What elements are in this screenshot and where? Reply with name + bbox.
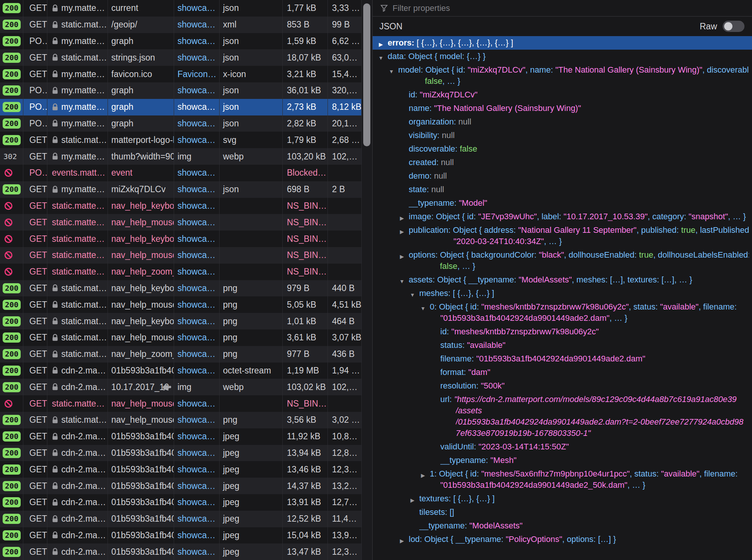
request-row[interactable]: 200PO…my.matter…graphshowcas…json36,01 k… — [0, 82, 362, 99]
request-row[interactable]: 200GETmy.matter…currentshowcas…json1,77 … — [0, 0, 362, 17]
json-node-mesh-0-resolution[interactable]: resolution: "500k" — [373, 379, 752, 393]
initiator-link[interactable]: showcas… — [177, 168, 219, 178]
initiator-link[interactable]: FaviconL… — [177, 69, 219, 79]
request-row[interactable]: 200GETstatic.mat…/geoip/showcas…xml853 B… — [0, 17, 362, 33]
request-row[interactable]: 200GETcdn-2.ma…01b593b3a1fb40showcas…jpe… — [0, 543, 362, 560]
initiator-link[interactable]: showcas… — [177, 514, 219, 524]
request-row[interactable]: GETstatic.matter…nav_help_keyboashowcas…… — [0, 231, 362, 247]
request-row[interactable]: 200GETstatic.mat…nav_help_keyboashowcas…… — [0, 313, 362, 329]
request-row[interactable]: 200GETstatic.mat…nav_help_keyboashowcas…… — [0, 280, 362, 297]
request-row[interactable]: 200GETstatic.mat…matterport-logo-lshowca… — [0, 132, 362, 148]
request-row[interactable]: 200GETcdn-2.ma…01b593b3a1fb40showcas…oct… — [0, 363, 362, 379]
initiator-link[interactable]: showcas… — [177, 300, 219, 310]
request-row[interactable]: 200GETstatic.mat…nav_help_mouse_showcas…… — [0, 296, 362, 313]
collapse-arrow-icon[interactable]: ▼ — [409, 289, 416, 300]
initiator-link[interactable]: showcas… — [177, 53, 219, 63]
initiator-link[interactable]: showcas… — [177, 184, 219, 194]
json-node-data[interactable]: ▼data: Object { model: {…} } — [373, 50, 752, 63]
raw-toggle-knob[interactable] — [724, 22, 732, 30]
initiator-link[interactable]: showcas… — [177, 399, 219, 409]
request-row[interactable]: 200GETstatic.mat…nav_help_mouse_showcas…… — [0, 329, 362, 346]
json-node-mesh-1[interactable]: ▶1: Object { id: "meshes/5ax6nfhz7m9pbnp… — [373, 467, 752, 492]
expand-arrow-icon[interactable]: ▶ — [398, 251, 406, 262]
json-node-image[interactable]: ▶image: Object { id: "JE7vp39wUhc", labe… — [373, 210, 752, 223]
initiator-link[interactable]: showcas… — [177, 201, 219, 211]
initiator-link[interactable]: showcas… — [177, 415, 219, 425]
request-row[interactable]: 200GETstatic.mat…nav_help_mouse_showcas…… — [0, 412, 362, 428]
json-node-tilesets[interactable]: tilesets: [] — [373, 505, 752, 519]
json-node-model-typename[interactable]: __typename: "Model" — [373, 196, 752, 210]
json-node-model-id[interactable]: id: "miZxkq7DLCv" — [373, 88, 752, 102]
request-row[interactable]: 200GETmy.matter…favicon.icoFaviconL…x-ic… — [0, 66, 362, 82]
initiator-link[interactable]: showcas… — [177, 316, 219, 326]
initiator-link[interactable]: showcas… — [177, 530, 219, 540]
expand-arrow-icon[interactable]: ▶ — [377, 39, 385, 50]
request-row[interactable]: 200GETcdn-2.ma…10.17.2017_10imgwebp103,0… — [0, 379, 362, 395]
json-node-demo[interactable]: demo: null — [373, 169, 752, 183]
initiator-link[interactable]: showcas… — [177, 36, 219, 46]
json-node-mesh-0[interactable]: ▼0: Object { id: "meshes/kntbb7znspzbrww… — [373, 300, 752, 325]
json-node-state[interactable]: state: null — [373, 183, 752, 196]
json-node-discoverable[interactable]: discoverable: false — [373, 142, 752, 156]
initiator-link[interactable]: showcas… — [177, 267, 219, 277]
request-row[interactable]: 200GETcdn-2.ma…01b593b3a1fb40showcas…jpe… — [0, 478, 362, 494]
initiator-link[interactable]: showcas… — [177, 481, 219, 491]
request-row[interactable]: 200PO…my.matter…graphshowcas…json2,73 kB… — [0, 99, 362, 115]
expand-arrow-icon[interactable]: ▶ — [398, 226, 406, 237]
request-row[interactable]: 200GETcdn-2.ma…01b593b3a1fb40showcas…jpe… — [0, 494, 362, 511]
json-node-lod[interactable]: ▶lod: Object { __typename: "PolicyOption… — [373, 533, 752, 546]
json-node-mesh-0-url[interactable]: url: "https://cdn-2.matterport.com/model… — [373, 393, 752, 440]
request-row[interactable]: 200GETcdn-2.ma…01b593b3a1fb40showcas…jpe… — [0, 445, 362, 461]
raw-toggle[interactable] — [723, 21, 744, 32]
initiator-link[interactable]: showcas… — [177, 234, 219, 244]
expand-arrow-icon[interactable]: ▶ — [398, 212, 406, 224]
request-row[interactable]: 200GETstatic.mat…strings.jsonshowcas…jso… — [0, 49, 362, 66]
request-row[interactable]: GETstatic.matter…nav_help_mouse_showcas…… — [0, 247, 362, 264]
collapse-arrow-icon[interactable]: ▼ — [419, 303, 427, 314]
initiator-link[interactable]: showcas… — [177, 332, 219, 343]
json-node-mesh-0-filename[interactable]: filename: "01b593b3a1fb4042924da9901449a… — [373, 352, 752, 366]
request-row[interactable]: GETstatic.matter…nav_help_mouse_showcas…… — [0, 214, 362, 231]
json-node-textures[interactable]: ▶textures: [ {…}, {…} ] — [373, 492, 752, 505]
request-row[interactable]: 200GETcdn-2.ma…01b593b3a1fb40showcas…jpe… — [0, 461, 362, 478]
json-node-model-name[interactable]: name: "The National Gallery (Sainsbury W… — [373, 102, 752, 115]
initiator-link[interactable]: showcas… — [177, 3, 219, 13]
request-row[interactable]: 200GETmy.matter…miZxkq7DLCvshowcas…json6… — [0, 181, 362, 198]
json-node-mesh-0-validuntil[interactable]: validUntil: "2023-03-14T14:15:50Z" — [373, 440, 752, 454]
request-row[interactable]: 200GETcdn-2.ma…01b593b3a1fb40showcas…jpe… — [0, 527, 362, 544]
json-node-visibility[interactable]: visibility: null — [373, 129, 752, 142]
initiator-link[interactable]: showcas… — [177, 431, 219, 442]
request-row[interactable]: 200PO…my.matter…graphshowcas…json2,82 kB… — [0, 115, 362, 132]
request-row[interactable]: GETstatic.matter…nav_help_zoom_kshowcas…… — [0, 264, 362, 280]
scrollbar-thumb[interactable] — [363, 3, 370, 146]
request-row[interactable]: 200PO…my.matter…graphshowcas…json1,59 kB… — [0, 33, 362, 50]
request-row[interactable]: PO…events.matte…eventshowcas…Blocked … — [0, 165, 362, 181]
collapse-arrow-icon[interactable]: ▼ — [377, 52, 385, 64]
request-row[interactable]: 200GETcdn-2.ma…01b593b3a1fb40showcas…jpe… — [0, 511, 362, 527]
initiator-link[interactable]: showcas… — [177, 497, 219, 507]
collapse-arrow-icon[interactable]: ▼ — [388, 66, 395, 77]
json-node-assets-typename[interactable]: __typename: "ModelAssets" — [373, 519, 752, 533]
json-node-mesh-0-status[interactable]: status: "available" — [373, 338, 752, 352]
request-row[interactable]: 302GETmy.matter…thumb?width=904imgwebp10… — [0, 148, 362, 165]
initiator-link[interactable]: showcas… — [177, 547, 219, 557]
initiator-link[interactable]: showcas… — [177, 135, 219, 145]
initiator-link[interactable]: showcas… — [177, 349, 219, 359]
initiator-link[interactable]: showcas… — [177, 85, 219, 96]
initiator-link[interactable]: showcas… — [177, 118, 219, 129]
initiator-link[interactable]: showcas… — [177, 448, 219, 458]
json-node-organization[interactable]: organization: null — [373, 115, 752, 129]
initiator-link[interactable]: showcas… — [177, 217, 219, 228]
json-node-options[interactable]: ▶options: Object { backgroundColor: "bla… — [373, 248, 752, 273]
json-node-errors[interactable]: ▶errors: [ {…}, {…}, {…}, {…}, {…} ] — [373, 36, 752, 50]
request-row[interactable]: 200GETstatic.mat…nav_help_zoom_kshowcas…… — [0, 346, 362, 363]
json-node-mesh-0-id[interactable]: id: "meshes/kntbb7znspzbrww7k98u06y2c" — [373, 325, 752, 338]
json-node-created[interactable]: created: null — [373, 156, 752, 169]
json-node-meshes[interactable]: ▼meshes: [ {…}, {…} ] — [373, 287, 752, 300]
json-node-publication[interactable]: ▶publication: Object { address: "Nationa… — [373, 223, 752, 248]
json-node-assets[interactable]: ▼assets: Object { __typename: "ModelAsse… — [373, 273, 752, 287]
json-node-mesh-0-format[interactable]: format: "dam" — [373, 366, 752, 379]
initiator-link[interactable]: showcas… — [177, 283, 219, 293]
expand-arrow-icon[interactable]: ▶ — [409, 495, 416, 506]
request-row[interactable]: 200GETcdn-2.ma…01b593b3a1fb40showcas…jpe… — [0, 428, 362, 445]
